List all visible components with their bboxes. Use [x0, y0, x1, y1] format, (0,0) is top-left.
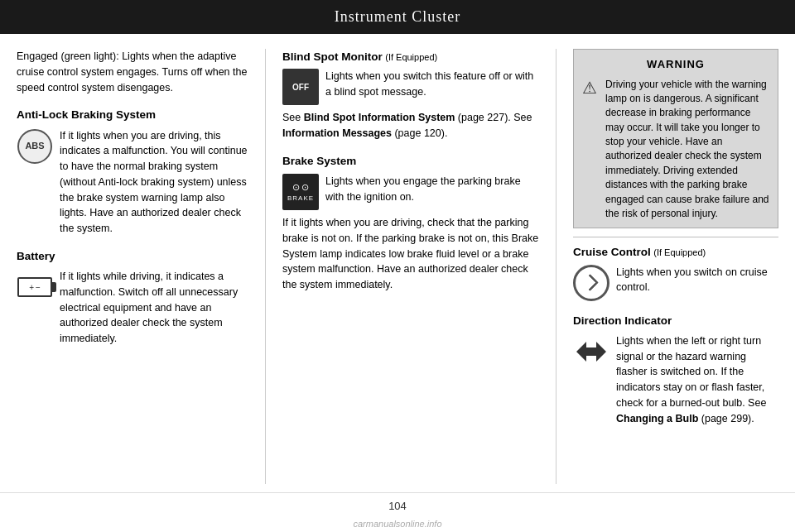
direction-icon-box	[573, 333, 610, 370]
brake-icon-label: BRAKE	[287, 194, 314, 204]
blind-spot-text4: (page 120).	[392, 127, 447, 139]
anti-lock-title: Anti-Lock Braking System	[17, 107, 248, 123]
blind-spot-link1: Blind Spot Information System	[304, 112, 455, 123]
battery-text: If it lights while driving, it indicates…	[60, 269, 248, 347]
left-mid-separator	[265, 49, 266, 484]
battery-icon: +−	[17, 277, 52, 297]
warning-box: WARNING ⚠ Driving your vehicle with the …	[573, 49, 778, 228]
abs-label: ABS	[25, 139, 44, 153]
divider-1	[573, 237, 778, 237]
direction-arrow-svg	[573, 333, 610, 370]
brake-text2: If it lights when you are driving, check…	[282, 215, 539, 293]
battery-icon-wrapper: +−	[17, 277, 52, 297]
warning-text: Driving your vehicle with the warning la…	[605, 78, 769, 222]
direction-text1: Lights when the left or right turn signa…	[616, 335, 766, 409]
left-column: Engaged (green light): Lights when the a…	[17, 49, 248, 484]
direction-title: Direction Indicator	[573, 313, 778, 329]
direction-block: Lights when the left or right turn signa…	[573, 333, 778, 427]
brake-icon-top: ⊙⊙	[292, 180, 309, 194]
watermark: carmanualsonline.info	[0, 517, 795, 532]
right-column: WARNING ⚠ Driving your vehicle with the …	[573, 49, 778, 484]
cruise-section: Cruise Control (If Equipped) Lights when…	[573, 244, 778, 300]
battery-block: +− If it lights while driving, it indica…	[17, 269, 248, 347]
page-header: Instrument Cluster	[0, 0, 795, 34]
warning-body: ⚠ Driving your vehicle with the warning …	[582, 78, 769, 222]
svg-marker-1	[590, 342, 606, 362]
page-wrapper: Instrument Cluster Engaged (green light)…	[0, 0, 795, 532]
anti-lock-block: ABS If it lights when you are driving, t…	[17, 128, 248, 237]
cruise-suffix: (If Equipped)	[653, 247, 706, 257]
page-title: Instrument Cluster	[335, 8, 460, 25]
blind-spot-header: Blind Spot Monitor (If Equipped)	[282, 49, 539, 65]
warning-title: WARNING	[582, 56, 769, 73]
brake-icon-box: ⊙⊙ BRAKE	[282, 174, 319, 210]
direction-text2: (page 299).	[698, 413, 754, 424]
warning-icon: ⚠	[582, 78, 600, 222]
blind-spot-text2: See	[282, 112, 304, 123]
page-number: 104	[388, 500, 407, 512]
direction-icon	[573, 333, 610, 370]
battery-title: Battery	[17, 248, 248, 265]
blind-spot-text1: Lights when you switch this feature off …	[325, 70, 533, 98]
blind-spot-icon: OFF	[282, 69, 319, 105]
brake-text1: Lights when you engage the parking brake…	[325, 174, 539, 210]
blind-spot-section: Blind Spot Monitor (If Equipped) OFF Lig…	[282, 49, 539, 141]
mid-right-separator	[556, 49, 556, 484]
cruise-title: Cruise Control	[573, 246, 651, 258]
blind-spot-text3: (page 227). See	[455, 112, 532, 123]
blind-spot-link2: Information Messages	[282, 127, 392, 139]
abs-icon: ABS	[17, 129, 52, 164]
brake-icon: ⊙⊙ BRAKE	[282, 174, 319, 210]
page-footer: 104	[0, 492, 795, 517]
abs-icon-box: ABS	[17, 128, 53, 165]
cruise-icon-box	[573, 265, 610, 301]
blind-spot-text: Lights when you switch this feature off …	[325, 69, 539, 105]
battery-icon-inner: +−	[29, 281, 41, 294]
brake-block: ⊙⊙ BRAKE Lights when you engage the park…	[282, 174, 539, 210]
blind-spot-block: OFF Lights when you switch this feature …	[282, 69, 539, 105]
anti-lock-text: If it lights when you are driving, this …	[60, 128, 248, 237]
direction-text: Lights when the left or right turn signa…	[616, 333, 778, 427]
blind-spot-icon-label: OFF	[292, 81, 309, 93]
battery-icon-box: +−	[17, 269, 53, 305]
cruise-block: Lights when you switch on cruise control…	[573, 265, 778, 301]
cruise-text: Lights when you switch on cruise control…	[616, 265, 778, 301]
direction-link: Changing a Bulb	[616, 413, 698, 424]
blind-spot-links: See Blind Spot Information System (page …	[282, 110, 539, 141]
blind-spot-title: Blind Spot Monitor	[282, 50, 383, 63]
blind-spot-icon-box: OFF	[282, 69, 319, 105]
intro-text: Engaged (green light): Lights when the a…	[17, 49, 248, 95]
cruise-header: Cruise Control (If Equipped)	[573, 244, 778, 261]
brake-title: Brake System	[282, 153, 539, 170]
mid-column: Blind Spot Monitor (If Equipped) OFF Lig…	[282, 49, 539, 484]
blind-spot-suffix: (If Equipped)	[385, 52, 437, 62]
cruise-icon	[573, 265, 610, 301]
content-area: Engaged (green light): Lights when the a…	[0, 34, 795, 492]
